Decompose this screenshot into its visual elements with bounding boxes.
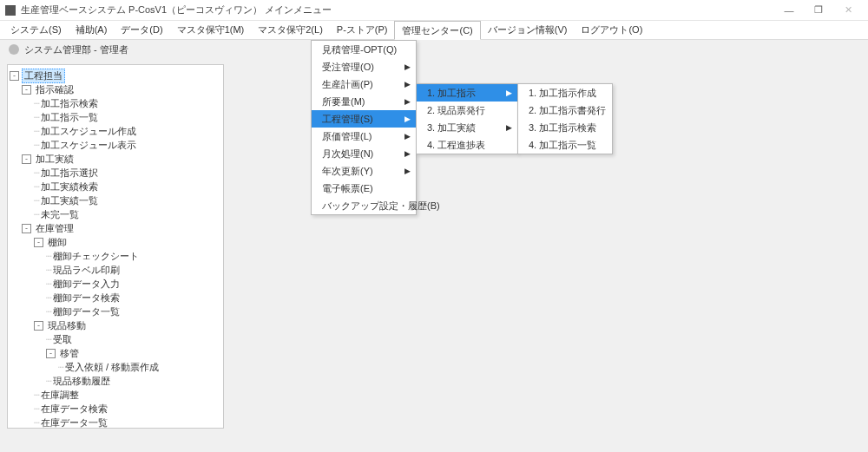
submenu-arrow-icon: ▶ (404, 115, 411, 123)
user-info-bar: システム管理部 - 管理者 (0, 40, 868, 59)
tree-branch[interactable]: -指示確認 (10, 82, 221, 96)
tree-leaf[interactable]: ┈ 在庫データ検索 (10, 402, 221, 416)
tree-leaf[interactable]: ┈ 加工スケジュール作成 (10, 124, 221, 138)
menu-item[interactable]: バージョン情報(V) (481, 21, 575, 39)
menu-row[interactable]: 所要量(M)▶ (312, 93, 416, 110)
menu-row[interactable]: 電子帳票(E) (312, 180, 416, 197)
menu-item[interactable]: 補助(A) (69, 21, 115, 39)
menu-row-label: 電子帳票(E) (322, 182, 373, 195)
tree-node-label: 現品ラベル印刷 (51, 264, 122, 277)
tree-node-label: 加工スケジュール表示 (39, 139, 138, 152)
menu-row[interactable]: 2. 現品票発行 (417, 102, 517, 119)
tree-leaf[interactable]: ┈ 現品移動履歴 (10, 374, 221, 388)
tree-node-label: 在庫データ一覧 (39, 416, 109, 429)
menu-row[interactable]: 4. 加工指示一覧 (518, 136, 612, 154)
submenu-arrow-icon: ▶ (404, 62, 411, 71)
collapse-icon[interactable]: - (22, 224, 31, 233)
collapse-icon[interactable]: - (34, 321, 43, 331)
tree-leaf[interactable]: ┈ 棚卸データ入力 (10, 277, 221, 291)
tree-leaf[interactable]: ┈ 棚卸データ一覧 (10, 305, 221, 318)
menu-row-label: 3. 加工実績 (427, 121, 476, 134)
submenu-arrow-icon: ▶ (404, 97, 411, 106)
menu-item[interactable]: マスタ保守2(L) (251, 21, 330, 39)
collapse-icon[interactable]: - (22, 85, 31, 95)
collapse-icon[interactable]: - (10, 71, 19, 81)
menu-item[interactable]: マスタ保守1(M) (170, 21, 252, 39)
menu-row-label: 1. 加工指示作成 (529, 87, 596, 100)
tree-node-label: 在庫調整 (39, 389, 81, 402)
menu-row[interactable]: 2. 加工指示書発行 (518, 102, 612, 119)
menu-row-label: 見積管理-OPT(Q) (322, 43, 397, 56)
tree-leaf[interactable]: ┈ 加工指示検索 (10, 96, 221, 110)
tree-branch[interactable]: -移管 (10, 346, 221, 360)
tree-node-label: 加工実績 (34, 153, 76, 166)
minimize-button[interactable]: — (774, 1, 804, 20)
tree-leaf[interactable]: ┈ 加工スケジュール表示 (10, 138, 221, 152)
tree-node-label: 在庫管理 (34, 222, 76, 235)
tree-leaf[interactable]: ┈ 加工指示一覧 (10, 110, 221, 124)
tree-node-label: 棚卸 (46, 236, 69, 249)
navigation-tree[interactable]: -工程担当-指示確認┈ 加工指示検索┈ 加工指示一覧┈ 加工スケジュール作成┈ … (7, 64, 224, 429)
tree-branch[interactable]: -加工実績 (10, 152, 221, 166)
tree-leaf[interactable]: ┈ 現品ラベル印刷 (10, 263, 221, 277)
menu-item[interactable]: データ(D) (114, 21, 169, 39)
tree-leaf[interactable]: ┈ 加工実績一覧 (10, 193, 221, 207)
collapse-icon[interactable]: - (34, 238, 43, 247)
close-button[interactable]: ✕ (833, 1, 863, 20)
tree-leaf[interactable]: ┈ 加工実績検索 (10, 180, 221, 193)
submenu-arrow-icon: ▶ (404, 80, 411, 88)
menu-item[interactable]: 管理センター(C) (394, 21, 480, 40)
menu-row[interactable]: 年次更新(Y)▶ (312, 162, 416, 180)
menu-row-label: バックアップ設定・履歴(B) (322, 200, 440, 213)
tree-leaf[interactable]: ┈ 加工指示選択 (10, 166, 221, 180)
menu-row: 見積管理-OPT(Q) (312, 41, 416, 58)
tree-branch[interactable]: -現品移動 (10, 318, 221, 332)
menu-row[interactable]: 月次処理(N)▶ (312, 145, 416, 162)
menu-row[interactable]: 3. 加工実績▶ (417, 119, 517, 136)
tree-node-label: 加工指示検索 (39, 97, 100, 110)
tree-branch[interactable]: -工程担当 (10, 69, 221, 82)
menu-item[interactable]: ログアウト(O) (574, 21, 649, 39)
menu-row[interactable]: 1. 加工指示作成 (518, 84, 612, 102)
menu-row[interactable]: 3. 加工指示検索 (518, 119, 612, 136)
menu-row[interactable]: 4. 工程進捗表 (417, 136, 517, 154)
tree-leaf[interactable]: ┈ 受入依頼 / 移動票作成 (10, 360, 221, 374)
menu-bar: システム(S)補助(A)データ(D)マスタ保守1(M)マスタ保守2(L)P-スト… (0, 21, 868, 40)
tree-leaf[interactable]: ┈ 棚卸データ検索 (10, 291, 221, 305)
tree-leaf[interactable]: ┈ 未完一覧 (10, 207, 221, 221)
menu-item[interactable]: P-ストア(P) (330, 21, 395, 39)
menu-row-label: 月次処理(N) (322, 147, 373, 160)
menu-row[interactable]: 原価管理(L)▶ (312, 128, 416, 145)
submenu-arrow-icon: ▶ (404, 132, 411, 141)
tree-leaf[interactable]: ┈ 受取 (10, 332, 221, 346)
tree-node-label: 未完一覧 (39, 208, 81, 221)
menu-row-label: 1. 加工指示 (427, 87, 476, 100)
tree-leaf[interactable]: ┈ 在庫調整 (10, 388, 221, 402)
menu-row[interactable]: バックアップ設定・履歴(B) (312, 197, 416, 214)
tree-leaf[interactable]: ┈ 在庫データ一覧 (10, 416, 221, 429)
menu-row-label: 2. 加工指示書発行 (529, 104, 606, 117)
tree-node-label: 棚卸チェックシート (51, 250, 141, 263)
menu-row[interactable]: 1. 加工指示▶ (417, 84, 517, 102)
menu-item[interactable]: システム(S) (3, 21, 69, 39)
collapse-icon[interactable]: - (46, 349, 56, 358)
tree-node-label: 移管 (58, 347, 81, 360)
submenu-arrow-icon: ▶ (404, 149, 411, 158)
tree-branch[interactable]: -棚卸 (10, 235, 221, 249)
tree-branch[interactable]: -在庫管理 (10, 221, 221, 235)
tree-node-label: 棚卸データ一覧 (51, 305, 122, 318)
title-bar: 生産管理ベースシステム P-CosV1（ピーコスヴィワン） メインメニュー — … (0, 0, 868, 21)
dropdown-menu-admin-center: 見積管理-OPT(Q)受注管理(O)▶生産計画(P)▶所要量(M)▶工程管理(S… (311, 40, 417, 215)
collapse-icon[interactable]: - (22, 154, 31, 164)
user-label: システム管理部 - 管理者 (24, 43, 128, 56)
menu-row-label: 所要量(M) (322, 95, 365, 108)
tree-leaf[interactable]: ┈ 棚卸チェックシート (10, 249, 221, 263)
menu-row[interactable]: 受注管理(O)▶ (312, 58, 416, 75)
menu-row-label: 工程管理(S) (322, 113, 373, 126)
menu-row-label: 受注管理(O) (322, 61, 374, 74)
menu-row[interactable]: 生産計画(P)▶ (312, 75, 416, 93)
app-icon (5, 5, 16, 16)
maximize-button[interactable]: ❐ (804, 1, 833, 20)
menu-row[interactable]: 工程管理(S)▶ (312, 110, 416, 128)
tree-node-label: 加工指示一覧 (39, 111, 100, 124)
